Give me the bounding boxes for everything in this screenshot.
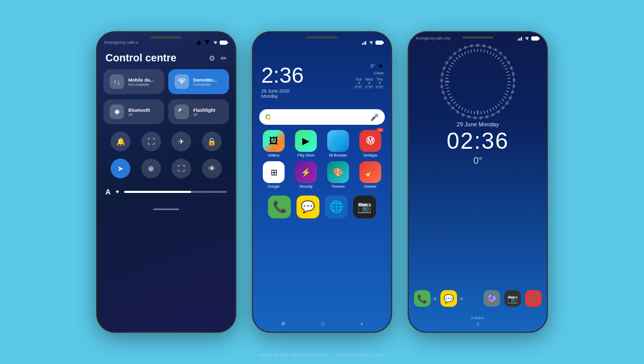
getapps-label: GetApps — [363, 153, 377, 157]
home-dock: 📞 💬 🌐 📷 — [253, 192, 391, 222]
mic-icon[interactable]: 🎤 — [370, 113, 379, 121]
svg-line-53 — [448, 94, 450, 95]
app-grid-row2: ⊞ Google ⚡ Security 🎨 Themes — [253, 161, 391, 188]
svg-rect-0 — [220, 41, 227, 45]
svg-rect-6 — [383, 42, 384, 44]
app-gallery[interactable]: 🖼 Gallery — [259, 130, 288, 157]
tick-marks-svg — [442, 46, 514, 118]
focus-btn[interactable]: ⊕ — [141, 159, 161, 178]
clock-date: 29 June Monday — [409, 121, 547, 127]
eye-btn[interactable]: 👁 — [202, 159, 222, 178]
signal-icon-2 — [362, 37, 367, 47]
clock-camera2-icon[interactable]: 🔮 — [484, 290, 500, 307]
svg-line-13 — [481, 49, 481, 52]
wifi-tile[interactable]: DemoMo... Connected — [168, 69, 229, 94]
brightness-control[interactable]: A ✦ — [97, 184, 235, 200]
bluetooth-tile[interactable]: ✱ Bluetooth off — [103, 99, 164, 124]
watermark: FOR MORE THEMES VISIT - MIUITHEMEZ.COM — [260, 353, 384, 358]
mibrowser-icon: 🌐 — [327, 130, 349, 152]
svg-line-52 — [449, 97, 452, 98]
location-btn[interactable]: ➤ — [111, 159, 130, 178]
svg-line-34 — [500, 101, 502, 103]
svg-line-58 — [445, 78, 448, 79]
nav-back[interactable]: ‹ — [360, 319, 363, 328]
phone-3: Emergency calls only — [408, 31, 548, 333]
app-mibrowser[interactable]: 🌐 Mi Browser — [324, 130, 353, 157]
google-icon: ⊞ — [263, 161, 285, 183]
bluetooth-sub: off — [128, 113, 150, 116]
clock-analog-ring — [441, 45, 514, 118]
playstore-label: Play Store — [298, 153, 314, 157]
wifi-icon-3 — [525, 36, 530, 41]
svg-line-37 — [493, 108, 494, 110]
status-bar-3: Emergency calls only — [409, 32, 547, 41]
nav-menu[interactable]: ≡ — [281, 319, 285, 328]
settings-icon[interactable]: ⚙ — [209, 54, 216, 62]
app-google[interactable]: ⊞ Google — [259, 161, 288, 188]
svg-line-31 — [505, 94, 507, 95]
brightness-bar[interactable] — [124, 191, 227, 193]
mobile-data-icon: ↑↓ — [110, 74, 124, 89]
app-security[interactable]: ⚡ Security — [291, 161, 320, 188]
signal-icon-3 — [518, 36, 523, 41]
airplane-btn[interactable]: ✈ — [171, 132, 191, 151]
clock-cam-icon[interactable]: 📷 — [504, 290, 521, 307]
emergency-text: Emergency calls o — [104, 40, 138, 45]
day-text: Monday — [261, 94, 278, 99]
svg-line-26 — [507, 78, 511, 79]
svg-line-40 — [484, 111, 485, 114]
app-themes[interactable]: 🎨 Themes — [324, 161, 353, 188]
clock-temp: 0° — [409, 155, 547, 166]
edit-icon[interactable]: ✏ — [221, 54, 227, 62]
wifi-name: DemoMo... — [193, 77, 217, 83]
svg-line-48 — [459, 106, 460, 108]
svg-line-49 — [456, 103, 458, 106]
app-getapps[interactable]: Ⓜ 10 GetApps — [356, 130, 385, 157]
app-cleaner[interactable]: 🧹 Cleaner — [356, 161, 385, 188]
svg-line-69 — [468, 50, 469, 54]
search-bar[interactable]: G 🎤 — [259, 109, 385, 125]
mobile-data-tile[interactable]: ↑↓ Mobile da... Not available — [103, 69, 164, 94]
notification-btn[interactable]: 🔔 — [111, 132, 130, 151]
fullscreen-btn[interactable]: ⛶ — [171, 159, 191, 178]
playstore-icon: ▶ — [295, 130, 317, 152]
svg-line-30 — [506, 91, 509, 92]
security-icon: ⚡ — [295, 161, 317, 183]
screenshot-btn[interactable]: ⛶ — [141, 132, 161, 151]
cc-tiles-row2: ✱ Bluetooth off 🔦 Flashlight off — [97, 99, 235, 124]
bluetooth-icon: ✱ — [110, 105, 124, 119]
search-input[interactable] — [275, 114, 366, 120]
date-text: 29 June 2020 — [261, 88, 290, 94]
svg-line-29 — [507, 88, 510, 88]
cleaner-icon: 🧹 — [359, 161, 381, 183]
clock-messages-item[interactable]: 💬 : 0 — [440, 290, 463, 307]
clock-phone-item[interactable]: 📞 : 0 — [414, 290, 436, 307]
battery-icon — [220, 37, 228, 47]
mibrowser-label: Mi Browser — [329, 153, 347, 157]
dock-camera[interactable]: 📷 — [353, 196, 376, 218]
dock-chrome[interactable]: 🌐 — [325, 196, 347, 218]
svg-line-51 — [451, 99, 454, 101]
flashlight-icon: 🔦 — [175, 105, 189, 119]
app-playstore[interactable]: ▶ Play Store — [291, 130, 320, 157]
svg-line-54 — [447, 91, 450, 92]
svg-line-71 — [474, 49, 475, 52]
flashlight-tile[interactable]: 🔦 Flashlight off — [168, 99, 229, 124]
lock-btn[interactable]: 🔒 — [202, 132, 222, 151]
google-label: Google — [268, 185, 280, 188]
dock-phone[interactable]: 📞 — [268, 196, 291, 218]
home-indicator — [153, 209, 179, 210]
clock-music-icon[interactable]: 🎵 — [525, 290, 542, 307]
svg-line-32 — [504, 97, 506, 98]
weather-temp: 0° — [370, 63, 375, 69]
svg-rect-1 — [227, 42, 228, 44]
svg-line-70 — [471, 49, 472, 53]
dock-messages[interactable]: 💬 — [297, 196, 319, 218]
svg-line-22 — [504, 65, 506, 67]
status-icons-3 — [518, 36, 540, 41]
nav-home[interactable]: ○ — [321, 319, 325, 328]
getapps-icon: Ⓜ 10 — [359, 130, 381, 152]
svg-rect-4 — [365, 41, 366, 45]
svg-line-59 — [446, 75, 449, 75]
phone-1: Emergency calls o ▲▼ Control centre ⚙ ✏ — [96, 31, 236, 333]
